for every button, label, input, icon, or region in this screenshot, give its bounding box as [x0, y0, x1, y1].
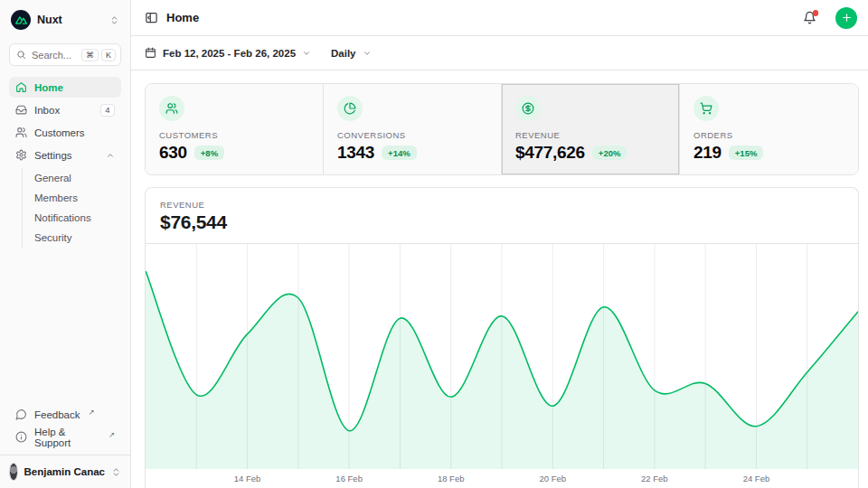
- stat-label: ORDERS: [693, 130, 844, 140]
- sidebar-item-security[interactable]: Security: [34, 228, 121, 248]
- stat-delta-badge: +15%: [729, 145, 764, 160]
- kbd-k: K: [101, 49, 116, 61]
- stat-value: 219: [693, 143, 722, 163]
- notifications-button[interactable]: [803, 11, 816, 24]
- stat-value: $477,626: [515, 143, 585, 163]
- x-tick-label: 22 Feb: [641, 474, 668, 483]
- users-icon: [15, 127, 27, 138]
- page-title: Home: [166, 11, 795, 24]
- main-area: Home Feb 12, 2025 - Feb 26, 2025 Daily: [131, 0, 868, 488]
- revenue-area-chart[interactable]: [146, 244, 858, 469]
- filters-toolbar: Feb 12, 2025 - Feb 26, 2025 Daily: [131, 36, 868, 70]
- home-icon: [15, 81, 27, 93]
- stat-delta-badge: +8%: [194, 145, 224, 160]
- stat-card-conversions[interactable]: CONVERSIONS 1343 +14%: [324, 84, 502, 174]
- sidebar-item-settings[interactable]: Settings: [9, 145, 121, 165]
- external-link-icon: ↗: [108, 430, 115, 439]
- sub-item-label: Security: [34, 232, 72, 243]
- workspace-switcher[interactable]: Nuxt: [9, 9, 121, 31]
- feedback-link[interactable]: Feedback ↗: [9, 404, 121, 425]
- granularity-value: Daily: [331, 48, 356, 59]
- chart-header: REVENUE $76,544: [146, 188, 858, 243]
- nuxt-logo-icon: [11, 10, 31, 30]
- sidebar-item-label: Settings: [34, 150, 99, 161]
- gear-icon: [15, 149, 27, 161]
- content: CUSTOMERS 630 +8% CONVERSIONS 1343 +14%: [131, 70, 868, 488]
- shopping-cart-icon: [693, 96, 719, 121]
- sidebar: Nuxt Search... ⌘K Home: [0, 0, 131, 488]
- search-input[interactable]: Search... ⌘K: [9, 43, 121, 66]
- sidebar-item-inbox[interactable]: Inbox 4: [9, 99, 121, 120]
- collapse-sidebar-button[interactable]: [145, 11, 158, 24]
- chat-bubble-icon: [15, 408, 27, 420]
- calendar-icon: [145, 47, 156, 59]
- search-shortcut: ⌘K: [81, 49, 116, 61]
- sidebar-item-label: Customers: [34, 127, 115, 138]
- chevron-up-down-icon: [109, 15, 119, 25]
- add-button[interactable]: [835, 7, 857, 29]
- search-icon: [16, 50, 26, 60]
- x-tick-label: 16 Feb: [335, 474, 363, 483]
- sidebar-item-general[interactable]: General: [34, 168, 121, 188]
- stat-delta-badge: +20%: [592, 145, 627, 160]
- chart-pie-icon: [337, 96, 363, 121]
- footer-link-label: Help & Support: [34, 427, 100, 448]
- sidebar-item-label: Inbox: [34, 105, 93, 116]
- stats-row: CUSTOMERS 630 +8% CONVERSIONS 1343 +14%: [145, 83, 859, 175]
- chevron-up-down-icon: [111, 467, 121, 477]
- stat-card-customers[interactable]: CUSTOMERS 630 +8%: [146, 84, 324, 174]
- sidebar-item-notifications[interactable]: Notifications: [34, 208, 121, 228]
- sidebar-footer: Feedback ↗ Help & Support ↗: [9, 404, 121, 455]
- granularity-select[interactable]: Daily: [331, 48, 372, 59]
- external-link-icon: ↗: [89, 408, 95, 417]
- x-tick-label: 14 Feb: [234, 474, 261, 483]
- stat-delta-badge: +14%: [382, 145, 417, 160]
- stat-card-revenue[interactable]: REVENUE $477,626 +20%: [502, 84, 680, 174]
- circle-dollar-icon: [515, 96, 541, 121]
- x-tick-label: 24 Feb: [743, 474, 770, 483]
- sub-item-label: Notifications: [34, 212, 91, 223]
- notification-dot: [813, 10, 819, 16]
- footer-link-label: Feedback: [34, 409, 80, 420]
- sub-item-label: General: [34, 173, 71, 183]
- chevron-down-icon: [302, 49, 311, 58]
- settings-subnav: General Members Notifications Security: [22, 168, 121, 248]
- chevron-up-icon: [106, 151, 115, 160]
- sidebar-nav: Home Inbox 4 Customers: [9, 77, 121, 248]
- help-support-link[interactable]: Help & Support ↗: [9, 427, 121, 447]
- chart-x-axis: 14 Feb16 Feb18 Feb20 Feb22 Feb24 Feb: [146, 469, 858, 488]
- info-circle-icon: [15, 431, 27, 443]
- x-tick-label: 18 Feb: [438, 474, 465, 483]
- chart-metric-value: $76,544: [160, 211, 844, 233]
- stat-label: REVENUE: [515, 130, 665, 140]
- date-range-picker[interactable]: Feb 12, 2025 - Feb 26, 2025: [145, 47, 311, 59]
- sidebar-item-customers[interactable]: Customers: [9, 122, 121, 143]
- inbox-icon: [15, 104, 27, 116]
- date-range-value: Feb 12, 2025 - Feb 26, 2025: [163, 48, 296, 59]
- kbd-cmd: ⌘: [81, 49, 99, 61]
- avatar: [9, 463, 18, 481]
- workspace-name: Nuxt: [37, 14, 103, 26]
- x-tick-label: 20 Feb: [539, 474, 566, 483]
- chart-metric-label: REVENUE: [160, 200, 844, 210]
- stat-label: CUSTOMERS: [159, 130, 309, 140]
- revenue-chart-card: REVENUE $76,544 14 Feb16 Feb18 Feb20 Feb…: [145, 187, 859, 488]
- app-window: Nuxt Search... ⌘K Home: [0, 0, 868, 488]
- sidebar-item-label: Home: [34, 82, 115, 93]
- stat-label: CONVERSIONS: [337, 130, 487, 140]
- chevron-down-icon: [363, 49, 372, 58]
- sidebar-item-home[interactable]: Home: [9, 77, 121, 98]
- stat-value: 630: [159, 143, 187, 163]
- user-menu[interactable]: Benjamin Canac: [0, 455, 130, 488]
- search-placeholder: Search...: [32, 50, 76, 61]
- page-header: Home: [131, 0, 868, 36]
- user-name: Benjamin Canac: [24, 466, 105, 477]
- stat-card-orders[interactable]: ORDERS 219 +15%: [680, 84, 858, 174]
- sub-item-label: Members: [34, 192, 78, 203]
- users-icon: [159, 96, 184, 121]
- stat-value: 1343: [337, 143, 374, 163]
- sidebar-item-members[interactable]: Members: [34, 188, 121, 208]
- inbox-count-badge: 4: [100, 104, 115, 117]
